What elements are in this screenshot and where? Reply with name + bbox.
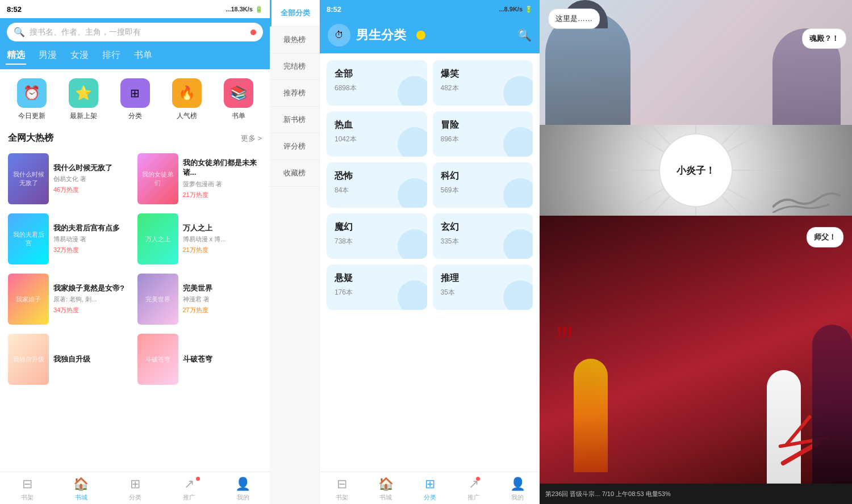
book-cover-5: 完美世界 <box>137 274 178 325</box>
cat-card-all[interactable]: 全部 6898本 <box>327 60 427 106</box>
comic-panel-1: 这里是…… 魂殿？！ <box>540 0 852 125</box>
search-mic-dot[interactable] <box>250 30 256 35</box>
bottom-nav-mine-mid[interactable]: 👤 我的 <box>496 477 540 502</box>
sidebar-rated[interactable]: 评分榜 <box>270 133 319 160</box>
book-heat-2: 32万热度 <box>53 246 133 254</box>
bottom-nav-bookshelf[interactable]: ⊟ 书架 <box>0 477 54 502</box>
cat-card-magic[interactable]: 魔幻 738本 <box>327 213 427 259</box>
search-bar-section: 🔍 搜书名、作者、主角，一搜即有 <box>0 18 270 47</box>
category-icon: ⊞ <box>120 78 150 108</box>
book-item-3[interactable]: 万人之上 万人之上 博易动漫 x 博... 21万热度 <box>135 209 265 269</box>
dark-figure <box>812 325 852 484</box>
promo-dot-left <box>196 477 200 481</box>
quick-icon-category[interactable]: ⊞ 分类 <box>120 78 150 121</box>
book-author-0: 创易文化 著 <box>53 175 133 183</box>
tab-female[interactable]: 女漫 <box>69 47 90 65</box>
quick-icon-booklist[interactable]: 📚 书单 <box>224 78 253 121</box>
book-item-2[interactable]: 我的夫君后宫 我的夫君后宫有点多 博易动漫 著 32万热度 <box>6 209 135 269</box>
book-info-3: 万人之上 博易动漫 x 博... 21万热度 <box>183 213 262 264</box>
cat-card-adventure[interactable]: 冒险 896本 <box>433 111 533 157</box>
category-label: 分类 <box>128 111 142 121</box>
bottom-nav-bookcity-mid[interactable]: 🏠 书城 <box>364 477 407 502</box>
search-input-wrap[interactable]: 🔍 搜书名、作者、主角，一搜即有 <box>7 23 263 41</box>
bubble-text-1: 这里是…… <box>556 14 592 23</box>
bottom-nav-category-left[interactable]: ⊞ 分类 <box>108 477 162 502</box>
mine-nav-icon-mid: 👤 <box>510 477 525 492</box>
book-item-0[interactable]: 我什么时候无敌了 我什么时候无敌了 创易文化 著 46万热度 <box>6 149 135 209</box>
comic-status-bar: 第236回 晋级斗宗... 7/10 上午08:53 电量53% <box>540 484 852 504</box>
cat-card-xuan[interactable]: 玄幻 335本 <box>433 213 533 259</box>
comic-panel-3: 师父！ !!! <box>540 216 852 484</box>
bottom-nav-category-mid[interactable]: ⊞ 分类 <box>408 477 452 502</box>
bottom-nav-promo-left[interactable]: ↗ 推广 <box>162 477 216 502</box>
popular-label: 人气榜 <box>177 111 197 121</box>
cat-card-scifi[interactable]: 科幻 569本 <box>433 162 533 208</box>
cats-search-icon[interactable]: 🔍 <box>517 28 532 42</box>
book-item-1[interactable]: 我的女徒弟们 我的女徒弟们都是未来诸... 菠萝包漫画 著 21万热度 <box>135 149 265 209</box>
book-author-4: 原著: 老狗, 刺... <box>53 295 133 304</box>
book-info-1: 我的女徒弟们都是未来诸... 菠萝包漫画 著 21万热度 <box>183 153 262 204</box>
sidebar-completed[interactable]: 完结榜 <box>270 53 319 80</box>
cat-bg-scifi <box>503 178 533 208</box>
cat-card-horror[interactable]: 恐怖 84本 <box>327 162 427 208</box>
tab-booklist[interactable]: 书单 <box>133 47 153 65</box>
panel-bookcity: 8:52 ...18.3K/s 🔋 🔍 搜书名、作者、主角，一搜即有 精选 男漫… <box>0 0 270 504</box>
sidebar-all-cats[interactable]: 全部分类 <box>270 0 319 27</box>
quick-icon-today[interactable]: ⏰ 今日更新 <box>17 78 47 121</box>
book-info-7: 斗破苍穹 <box>183 334 262 385</box>
category-nav-icon-mid: ⊞ <box>425 477 435 492</box>
status-bar-left: 8:52 ...18.3K/s 🔋 <box>0 0 270 18</box>
tab-featured[interactable]: 精选 <box>6 47 26 65</box>
bottom-nav-promo-mid[interactable]: ↗ 推广 <box>452 477 495 502</box>
book-item-4[interactable]: 我家娘子 我家娘子竟然是女帝? 原著: 老狗, 刺... 34万热度 <box>6 269 135 329</box>
bookcity-nav-label-mid: 书城 <box>379 493 392 502</box>
blood-marks: !!! <box>557 323 573 341</box>
category-nav-label-mid: 分类 <box>424 493 436 502</box>
cat-card-funny[interactable]: 爆笑 482本 <box>433 60 533 106</box>
search-icon-left: 🔍 <box>14 27 25 37</box>
cat-card-detective[interactable]: 推理 35本 <box>433 264 533 310</box>
panel-categories: 全部分类 最热榜 完结榜 推荐榜 新书榜 评分榜 收藏榜 8:52 ...8.9… <box>270 0 540 504</box>
sidebar-collected[interactable]: 收藏榜 <box>270 160 319 187</box>
status-icons-left: ...18.3K/s 🔋 <box>225 6 263 13</box>
book-item-7[interactable]: 斗破苍穹 斗破苍穹 <box>135 329 265 389</box>
new-label: 最新上架 <box>70 111 97 121</box>
new-icon: ⭐ <box>69 78 98 108</box>
book-item-5[interactable]: 完美世界 完美世界 神漫君 著 27万热度 <box>135 269 265 329</box>
bookcity-nav-label: 书城 <box>75 493 87 502</box>
network-speed-left: ...18.3K/s <box>225 6 253 12</box>
bookshelf-nav-label: 书架 <box>21 493 34 502</box>
bookshelf-nav-icon: ⊟ <box>22 477 32 492</box>
status-bar-mid: 8:52 ...8.9K/s 🔋 <box>320 0 540 18</box>
panel-comic-viewer: 这里是…… 魂殿？！ <box>540 0 852 504</box>
sidebar-recommended[interactable]: 推荐榜 <box>270 80 319 107</box>
cat-card-mystery[interactable]: 悬疑 176本 <box>327 264 427 310</box>
book-info-2: 我的夫君后宫有点多 博易动漫 著 32万热度 <box>53 213 133 264</box>
bottom-nav-bookshelf-mid[interactable]: ⊟ 书架 <box>320 477 364 502</box>
book-cover-0: 我什么时候无敌了 <box>8 153 49 204</box>
hot-more-link[interactable]: 更多 > <box>241 133 262 144</box>
book-item-6[interactable]: 我独自升级 我独自升级 <box>6 329 135 389</box>
quick-icon-popular[interactable]: 🔥 人气榜 <box>172 78 202 121</box>
book-info-6: 我独自升级 <box>53 334 133 385</box>
tab-male[interactable]: 男漫 <box>37 47 58 65</box>
bottom-nav-bookcity[interactable]: 🏠 书城 <box>54 477 108 502</box>
quick-icon-new[interactable]: ⭐ 最新上架 <box>69 78 98 121</box>
cat-bg-magic <box>398 229 427 259</box>
tab-ranking[interactable]: 排行 <box>101 47 122 65</box>
sidebar-newbooks[interactable]: 新书榜 <box>270 107 319 133</box>
battery-icon: 🔋 <box>255 6 263 13</box>
speech-bubble-2: 魂殿？！ <box>802 28 846 49</box>
book-heat-5: 27万热度 <box>183 306 262 314</box>
bottom-nav-mid: ⊟ 书架 🏠 书城 ⊞ 分类 ↗ 推广 👤 我的 <box>320 472 540 504</box>
bubble-text-xiao-yan: 小炎子！ <box>676 164 715 177</box>
cat-bg-mystery <box>398 280 427 310</box>
category-nav-icon-left: ⊞ <box>130 477 140 492</box>
cat-bg-detective <box>503 280 533 310</box>
bookshelf-nav-icon-mid: ⊟ <box>337 477 347 492</box>
sidebar-hottest[interactable]: 最热榜 <box>270 27 319 53</box>
book-cover-2: 我的夫君后宫 <box>8 213 49 264</box>
cat-bg-funny <box>503 76 533 106</box>
bottom-nav-mine-left[interactable]: 👤 我的 <box>216 477 270 502</box>
cat-card-action[interactable]: 热血 1042本 <box>327 111 427 157</box>
